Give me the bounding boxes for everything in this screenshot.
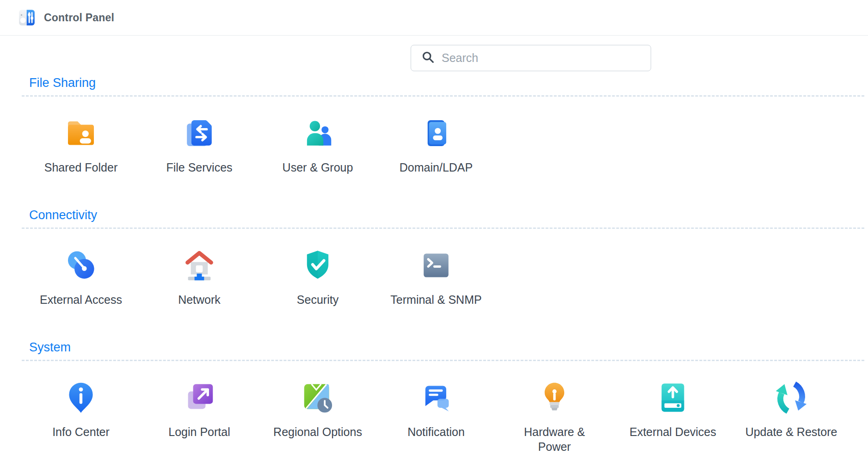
cp-item-external-devices[interactable]: External Devices (614, 380, 732, 454)
cp-item-user-group[interactable]: User & Group (259, 115, 377, 175)
section-divider (22, 360, 864, 361)
notification-icon (418, 380, 454, 416)
cp-item-domain-ldap[interactable]: Domain/LDAP (377, 115, 495, 175)
item-label: Notification (377, 424, 495, 439)
regional-options-icon (300, 380, 336, 416)
external-access-icon (63, 247, 99, 283)
cp-item-info-center[interactable]: Info Center (22, 380, 140, 454)
update-restore-icon (773, 380, 809, 416)
item-label: Security (259, 292, 377, 307)
domain-ldap-icon (418, 115, 454, 151)
file-services-icon (181, 115, 217, 151)
info-center-icon (63, 380, 99, 416)
item-label: Hardware & Power (517, 424, 591, 454)
item-label: Update & Restore (732, 424, 850, 439)
security-icon (300, 247, 336, 283)
network-icon (181, 247, 217, 283)
window-header: Control Panel (0, 0, 868, 36)
section-divider (22, 95, 864, 97)
item-label: Info Center (22, 424, 140, 439)
section-divider (22, 227, 864, 229)
section-title: System (29, 339, 868, 355)
page-title: Control Panel (44, 12, 114, 24)
hardware-power-icon (536, 380, 573, 416)
search-input[interactable] (442, 51, 642, 65)
item-label: External Devices (614, 424, 732, 439)
cp-item-login-portal[interactable]: Login Portal (140, 380, 259, 454)
external-devices-icon (655, 380, 691, 416)
control-panel-icon (18, 8, 36, 27)
item-label: User & Group (259, 160, 377, 175)
item-label: Regional Options (259, 424, 377, 439)
cp-item-external-access[interactable]: External Access (22, 247, 140, 307)
cp-item-file-services[interactable]: File Services (140, 115, 259, 175)
item-label: Terminal & SNMP (377, 292, 495, 307)
section-system: System Info Center (22, 339, 868, 454)
item-label: External Access (22, 292, 140, 307)
control-panel-body: File Sharing Shared Folder (0, 45, 868, 454)
section-title: Connectivity (29, 207, 868, 223)
login-portal-icon (181, 380, 217, 416)
cp-item-shared-folder[interactable]: Shared Folder (22, 115, 140, 175)
cp-item-update-restore[interactable]: Update & Restore (732, 380, 850, 454)
section-title: File Sharing (29, 75, 868, 91)
search-icon (421, 50, 435, 66)
cp-item-security[interactable]: Security (259, 247, 377, 307)
item-label: Login Portal (140, 424, 259, 439)
cp-item-terminal-snmp[interactable]: Terminal & SNMP (377, 247, 495, 307)
item-label: Shared Folder (22, 160, 140, 175)
item-label: Domain/LDAP (377, 160, 495, 175)
cp-item-notification[interactable]: Notification (377, 380, 495, 454)
item-label: Network (140, 292, 259, 307)
search-box[interactable] (411, 45, 651, 71)
section-connectivity: Connectivity External Access (22, 207, 868, 307)
shared-folder-icon (63, 115, 99, 151)
cp-item-hardware-power[interactable]: Hardware & Power (495, 380, 614, 454)
item-label: File Services (140, 160, 259, 175)
section-file-sharing: File Sharing Shared Folder (22, 75, 868, 175)
cp-item-network[interactable]: Network (140, 247, 259, 307)
user-group-icon (300, 115, 336, 151)
terminal-snmp-icon (418, 247, 454, 283)
cp-item-regional-options[interactable]: Regional Options (259, 380, 377, 454)
